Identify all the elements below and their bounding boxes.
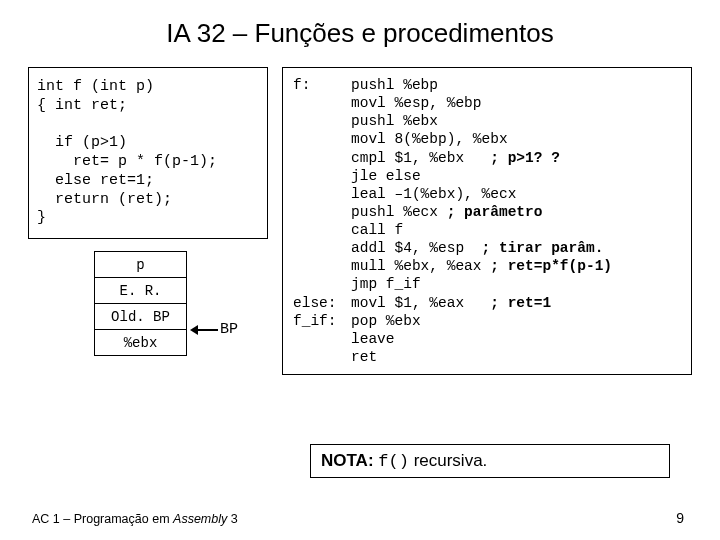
asm-label: f: <box>293 76 351 94</box>
note-prefix: NOTA: <box>321 451 374 470</box>
stack-cell-oldbp: Old. BP <box>95 304 187 330</box>
asm-label <box>293 239 351 257</box>
asm-instruction: pop %ebx <box>351 312 681 330</box>
asm-instruction: movl %esp, %ebp <box>351 94 681 112</box>
note-box: NOTA: f() recursiva. <box>310 444 670 478</box>
asm-instruction: jmp f_if <box>351 275 681 293</box>
asm-line: cmpl $1, %ebx ; p>1? ? <box>293 149 681 167</box>
asm-label: else: <box>293 294 351 312</box>
asm-line: f_if:pop %ebx <box>293 312 681 330</box>
page-number: 9 <box>676 510 684 526</box>
asm-line: addl $4, %esp ; tirar parâm. <box>293 239 681 257</box>
asm-label <box>293 149 351 167</box>
asm-instruction: pushl %ebx <box>351 112 681 130</box>
asm-line: mull %ebx, %eax ; ret=p*f(p-1) <box>293 257 681 275</box>
asm-label <box>293 112 351 130</box>
asm-instruction: pushl %ecx ; parâmetro <box>351 203 681 221</box>
asm-label <box>293 348 351 366</box>
asm-label <box>293 130 351 148</box>
content-area: int f (int p) { int ret; if (p>1) ret= p… <box>28 67 692 411</box>
asm-line: pushl %ebx <box>293 112 681 130</box>
asm-line: movl 8(%ebp), %ebx <box>293 130 681 148</box>
asm-line: leal –1(%ebx), %ecx <box>293 185 681 203</box>
asm-instruction: movl 8(%ebp), %ebx <box>351 130 681 148</box>
stack-cell-ebx: %ebx <box>95 330 187 356</box>
stack-cell-er: E. R. <box>95 278 187 304</box>
asm-label <box>293 221 351 239</box>
footer-text: AC 1 – Programação em <box>32 512 173 526</box>
asm-instruction: addl $4, %esp ; tirar parâm. <box>351 239 681 257</box>
asm-label <box>293 203 351 221</box>
asm-instruction: jle else <box>351 167 681 185</box>
asm-line: ret <box>293 348 681 366</box>
asm-label <box>293 330 351 348</box>
asm-line: f:pushl %ebp <box>293 76 681 94</box>
asm-label <box>293 167 351 185</box>
asm-line: movl %esp, %ebp <box>293 94 681 112</box>
asm-instruction: cmpl $1, %ebx ; p>1? ? <box>351 149 681 167</box>
asm-instruction: pushl %ebp <box>351 76 681 94</box>
note-suffix: recursiva. <box>409 451 487 470</box>
c-source-code: int f (int p) { int ret; if (p>1) ret= p… <box>28 67 268 239</box>
asm-label <box>293 257 351 275</box>
footer-left: AC 1 – Programação em Assembly 3 <box>32 512 238 526</box>
note-fn: f() <box>378 452 409 471</box>
stack-cell-p: p <box>95 252 187 278</box>
asm-line: jmp f_if <box>293 275 681 293</box>
stack-table: p E. R. Old. BP %ebx <box>94 251 187 356</box>
asm-instruction: ret <box>351 348 681 366</box>
slide-title: IA 32 – Funções e procedimentos <box>28 18 692 49</box>
footer-tail: 3 <box>227 512 237 526</box>
asm-line: leave <box>293 330 681 348</box>
asm-instruction: call f <box>351 221 681 239</box>
asm-line: pushl %ecx ; parâmetro <box>293 203 681 221</box>
bp-arrow-icon <box>190 326 218 334</box>
asm-instruction: mull %ebx, %eax ; ret=p*f(p-1) <box>351 257 681 275</box>
left-column: int f (int p) { int ret; if (p>1) ret= p… <box>28 67 268 411</box>
asm-label <box>293 275 351 293</box>
asm-instruction: movl $1, %eax ; ret=1 <box>351 294 681 312</box>
asm-label <box>293 185 351 203</box>
asm-label <box>293 94 351 112</box>
bp-label: BP <box>220 321 238 338</box>
asm-label: f_if: <box>293 312 351 330</box>
asm-line: else:movl $1, %eax ; ret=1 <box>293 294 681 312</box>
assembly-listing: f:pushl %ebpmovl %esp, %ebppushl %ebxmov… <box>282 67 692 375</box>
asm-instruction: leave <box>351 330 681 348</box>
asm-line: call f <box>293 221 681 239</box>
footer-italic: Assembly <box>173 512 227 526</box>
asm-instruction: leal –1(%ebx), %ecx <box>351 185 681 203</box>
stack-frame-diagram: p E. R. Old. BP %ebx BP <box>28 251 268 411</box>
asm-line: jle else <box>293 167 681 185</box>
